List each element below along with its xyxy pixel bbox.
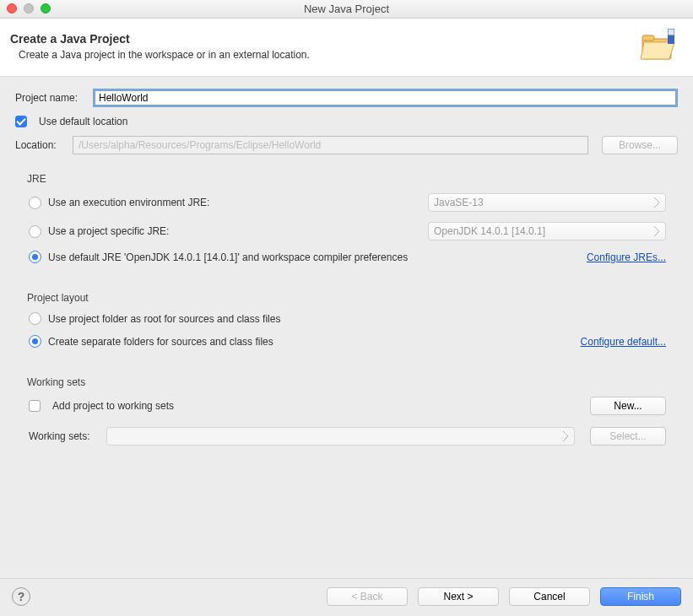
svg-rect-3 <box>669 30 674 35</box>
add-to-working-sets-label: Add project to working sets <box>52 400 583 412</box>
layout-separate-radio[interactable] <box>29 335 41 348</box>
configure-default-link[interactable]: Configure default... <box>581 336 666 348</box>
jre-exec-env-radio[interactable] <box>29 197 41 209</box>
browse-button: Browse... <box>602 136 678 154</box>
zoom-window-button[interactable] <box>41 3 51 14</box>
close-window-button[interactable] <box>7 3 17 14</box>
use-default-location-label: Use default location <box>39 116 127 127</box>
configure-jres-link[interactable]: Configure JREs... <box>587 251 666 263</box>
jre-exec-env-select[interactable]: JavaSE-13 <box>428 193 666 212</box>
project-name-input[interactable] <box>93 89 678 107</box>
add-to-working-sets-checkbox[interactable] <box>29 400 41 412</box>
help-icon[interactable]: ? <box>12 587 30 606</box>
window-controls <box>7 3 51 14</box>
jre-default-label: Use default JRE 'OpenJDK 14.0.1 [14.0.1]… <box>48 251 587 263</box>
layout-root-label: Use project folder as root for sources a… <box>48 313 280 325</box>
titlebar: New Java Project <box>0 0 693 19</box>
working-sets-title: Working sets <box>27 376 666 388</box>
minimize-window-button[interactable] <box>24 3 34 14</box>
layout-separate-label: Create separate folders for sources and … <box>48 336 581 348</box>
use-default-location-checkbox[interactable] <box>15 116 27 127</box>
project-name-label: Project name: <box>15 92 86 104</box>
jre-default-radio[interactable] <box>29 251 41 263</box>
working-sets-select <box>106 427 575 446</box>
project-layout-title: Project layout <box>27 292 666 304</box>
jre-project-specific-select[interactable]: OpenJDK 14.0.1 [14.0.1] <box>428 222 666 240</box>
banner-subheading: Create a Java project in the workspace o… <box>19 49 629 61</box>
banner-heading: Create a Java Project <box>10 32 629 46</box>
jre-exec-env-label: Use an execution environment JRE: <box>48 197 428 208</box>
project-layout-group: Project layout Use project folder as roo… <box>15 285 678 358</box>
location-label: Location: <box>15 139 66 151</box>
folder-wizard-icon <box>637 27 679 66</box>
jre-group-title: JRE <box>27 173 666 185</box>
working-sets-group: Working sets Add project to working sets… <box>15 370 678 464</box>
location-input <box>73 136 588 154</box>
jre-project-specific-radio[interactable] <box>29 225 41 238</box>
working-sets-label: Working sets: <box>29 430 100 442</box>
layout-root-radio[interactable] <box>29 312 41 325</box>
finish-button[interactable]: Finish <box>600 587 681 606</box>
next-button[interactable]: Next > <box>418 587 499 606</box>
working-sets-select-button: Select... <box>590 427 666 446</box>
back-button: < Back <box>327 587 408 606</box>
window-title: New Java Project <box>0 3 693 15</box>
working-sets-new-button[interactable]: New... <box>590 397 666 415</box>
svg-rect-1 <box>642 35 654 41</box>
cancel-button[interactable]: Cancel <box>509 587 590 606</box>
dialog-banner: Create a Java Project Create a Java proj… <box>0 19 693 77</box>
jre-project-specific-label: Use a project specific JRE: <box>48 225 428 237</box>
jre-group: JRE Use an execution environment JRE: Ja… <box>15 166 678 273</box>
